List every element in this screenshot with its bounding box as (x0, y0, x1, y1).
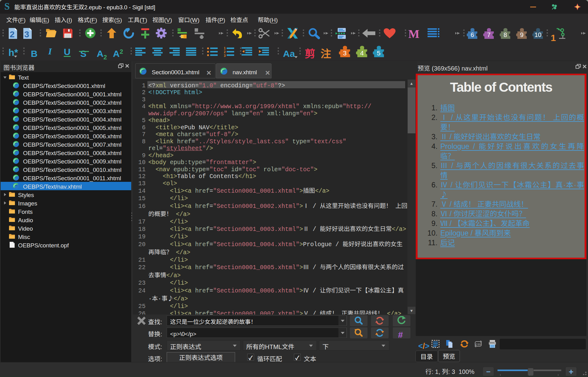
svg-text:3: 3 (224, 54, 226, 57)
svg-text:3: 3 (343, 49, 347, 57)
svg-text:9: 9 (520, 31, 523, 38)
svg-text:CSS: CSS (475, 343, 481, 346)
svg-text:2: 2 (224, 50, 226, 54)
svg-text:4: 4 (360, 49, 364, 57)
svg-text:7: 7 (487, 31, 490, 38)
svg-text:5: 5 (377, 49, 381, 57)
svg-text:3: 3 (24, 30, 29, 39)
svg-text:1: 1 (224, 47, 226, 50)
svg-text:2: 2 (10, 30, 15, 39)
svg-text:8: 8 (503, 31, 507, 38)
svg-text:10: 10 (535, 31, 541, 38)
svg-text:6: 6 (470, 31, 474, 38)
